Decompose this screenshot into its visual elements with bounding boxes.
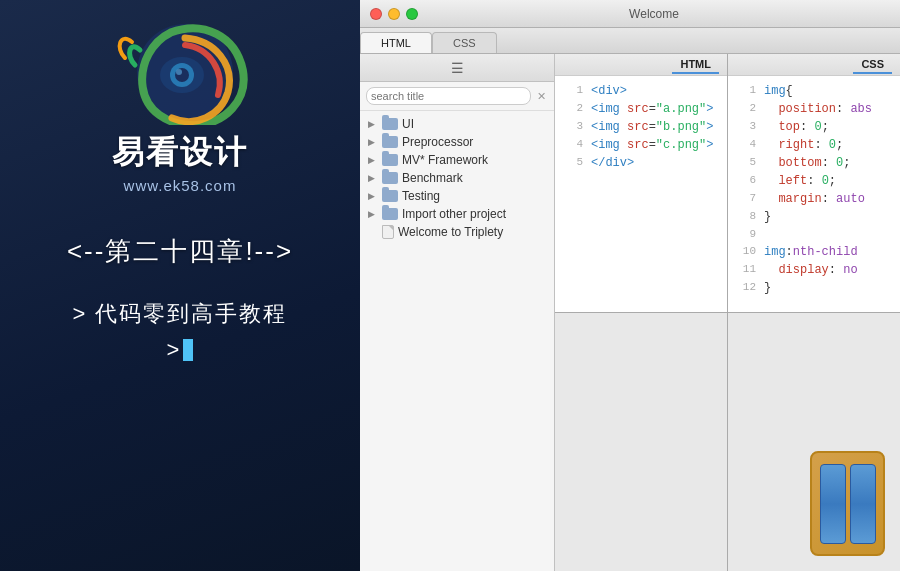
folder-icon <box>382 190 398 202</box>
folder-icon <box>382 118 398 130</box>
tab-html[interactable]: HTML <box>360 32 432 53</box>
close-search-icon[interactable]: ✕ <box>535 90 548 103</box>
sidebar-toolbar: ☰ <box>360 54 554 82</box>
tree-item-benchmark[interactable]: ▶ Benchmark <box>360 169 554 187</box>
code-area: HTML 1 <div> 2 <img src="a.png"> 3 <img … <box>555 54 900 571</box>
css-code-content: 1img{ 2 position: abs 3 top: 0; 4 right:… <box>728 76 900 312</box>
logo-icon <box>110 20 250 125</box>
card-inner-panel-left <box>820 464 846 544</box>
code-line-3: 3 <img src="b.png"> <box>555 118 727 136</box>
card-panels-row <box>820 464 876 544</box>
subtitle-text: > 代码零到高手教程 <box>73 299 288 329</box>
tree-label-mvframework: MV* Framework <box>402 153 488 167</box>
cursor-block <box>183 339 193 361</box>
tree-item-preprocessor[interactable]: ▶ Preprocessor <box>360 133 554 151</box>
panel-tab-css[interactable]: CSS <box>853 56 892 74</box>
logo-area: 易看设计 www.ek58.com <box>110 20 250 194</box>
tab-css[interactable]: CSS <box>432 32 497 53</box>
tree-item-welcome[interactable]: ▶ Welcome to Triplety <box>360 223 554 241</box>
maximize-button[interactable] <box>406 8 418 20</box>
cursor-line: > <box>167 337 194 363</box>
tree-label-ui: UI <box>402 117 414 131</box>
search-input[interactable] <box>366 87 531 105</box>
hamburger-icon[interactable]: ☰ <box>451 60 464 76</box>
tree-arrow: ▶ <box>368 191 380 201</box>
tree-arrow: ▶ <box>368 155 380 165</box>
chapter-text: <--第二十四章!--> <box>67 234 293 269</box>
tree-arrow: ▶ <box>368 137 380 147</box>
file-sidebar: ☰ ✕ ▶ UI ▶ Preprocessor ▶ <box>360 54 555 571</box>
code-line-5: 5 </div> <box>555 154 727 172</box>
tree-item-import[interactable]: ▶ Import other project <box>360 205 554 223</box>
bottom-left-panel <box>555 313 727 571</box>
folder-icon <box>382 208 398 220</box>
html-code-content: 1 <div> 2 <img src="a.png"> 3 <img src="… <box>555 76 727 312</box>
card-image <box>810 451 890 561</box>
tree-arrow: ▶ <box>368 119 380 129</box>
minimize-button[interactable] <box>388 8 400 20</box>
css-panel-header: CSS <box>728 54 900 76</box>
window-chrome: Welcome <box>360 0 900 28</box>
tab-bar: HTML CSS <box>360 28 900 54</box>
brand-url: www.ek58.com <box>124 177 237 194</box>
file-tree: ▶ UI ▶ Preprocessor ▶ MV* Framework ▶ <box>360 111 554 571</box>
tree-arrow: ▶ <box>368 173 380 183</box>
panel-tab-html[interactable]: HTML <box>672 56 719 74</box>
tree-arrow: ▶ <box>368 209 380 219</box>
brand-name: 易看设计 <box>112 131 248 175</box>
code-line-4: 4 <img src="c.png"> <box>555 136 727 154</box>
tree-label-testing: Testing <box>402 189 440 203</box>
traffic-lights <box>370 8 418 20</box>
code-line-1: 1 <div> <box>555 82 727 100</box>
folder-icon <box>382 136 398 148</box>
main-content: ☰ ✕ ▶ UI ▶ Preprocessor ▶ <box>360 54 900 571</box>
card-inner-panel-right <box>850 464 876 544</box>
tree-label-import: Import other project <box>402 207 506 221</box>
tree-item-ui[interactable]: ▶ UI <box>360 115 554 133</box>
right-panel: Welcome HTML CSS ☰ ✕ ▶ UI <box>360 0 900 571</box>
tree-label-benchmark: Benchmark <box>402 171 463 185</box>
file-icon <box>382 225 394 239</box>
folder-icon <box>382 172 398 184</box>
html-panel-header: HTML <box>555 54 727 76</box>
close-button[interactable] <box>370 8 382 20</box>
folder-icon <box>382 154 398 166</box>
html-code-panel: HTML 1 <div> 2 <img src="a.png"> 3 <img … <box>555 54 727 312</box>
bottom-right-panel <box>728 313 900 571</box>
left-panel: 易看设计 www.ek58.com <--第二十四章!--> > 代码零到高手教… <box>0 0 360 571</box>
window-title: Welcome <box>418 7 890 21</box>
code-line-2: 2 <img src="a.png"> <box>555 100 727 118</box>
svg-point-4 <box>176 69 182 75</box>
card-visual <box>810 451 885 556</box>
tree-item-mvframework[interactable]: ▶ MV* Framework <box>360 151 554 169</box>
tree-label-preprocessor: Preprocessor <box>402 135 473 149</box>
search-bar: ✕ <box>360 82 554 111</box>
css-code-panel: CSS 1img{ 2 position: abs 3 top: 0; 4 ri… <box>728 54 900 312</box>
tree-label-welcome: Welcome to Triplety <box>398 225 503 239</box>
tree-item-testing[interactable]: ▶ Testing <box>360 187 554 205</box>
cursor-prefix: > <box>167 337 180 363</box>
